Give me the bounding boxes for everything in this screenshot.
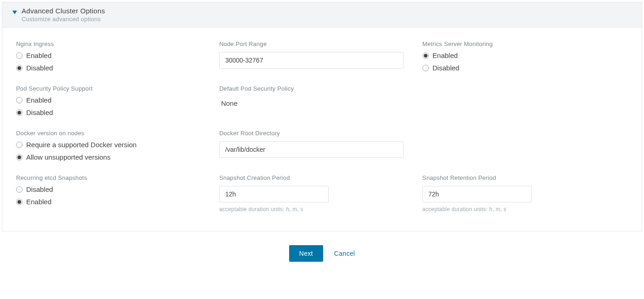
docker-root-dir-input[interactable] [219,141,404,158]
docker-root-dir-label: Docker Root Directory [219,130,413,137]
node-port-range-input[interactable] [219,52,404,69]
etcd-snapshots-enabled-radio[interactable]: Enabled [16,198,210,205]
nginx-ingress-radio-group: Enabled Disabled [16,52,210,71]
panel-title: Advanced Cluster Options [22,7,634,15]
radio-icon [16,65,23,71]
radio-icon [16,199,23,205]
radio-label: Enabled [433,52,458,59]
pod-security-radio-group: Enabled Disabled [16,97,210,116]
radio-icon [16,109,23,116]
next-button[interactable]: Next [289,245,323,262]
radio-label: Enabled [26,198,51,205]
metrics-server-enabled-radio[interactable]: Enabled [422,52,616,59]
default-pod-policy-value: None [219,97,413,110]
etcd-snapshots-radio-group: Disabled Enabled [16,186,210,205]
docker-version-allow-radio[interactable]: Allow unsupported versions [16,154,210,161]
advanced-cluster-options-panel: Advanced Cluster Options Customize advan… [2,2,642,231]
panel-body: Nginx Ingress Enabled Disabled Node Port… [2,28,642,231]
docker-version-radio-group: Require a supported Docker version Allow… [16,141,210,161]
etcd-snapshots-disabled-radio[interactable]: Disabled [16,186,210,193]
radio-icon [16,52,23,59]
radio-label: Allow unsupported versions [26,154,110,161]
snapshot-creation-input[interactable] [219,186,329,202]
docker-version-label: Docker version on nodes [16,130,210,137]
cancel-button[interactable]: Cancel [334,250,355,257]
pod-security-disabled-radio[interactable]: Disabled [16,109,210,116]
snapshot-retention-input[interactable] [422,186,532,202]
footer-actions: Next Cancel [0,233,644,270]
collapse-toggle-icon[interactable] [12,11,17,14]
nginx-ingress-label: Nginx Ingress [16,40,210,47]
nginx-ingress-disabled-radio[interactable]: Disabled [16,64,210,71]
radio-label: Enabled [26,97,51,104]
metrics-server-label: Metrics Server Monitoring [422,40,616,47]
radio-icon [16,97,23,104]
metrics-server-disabled-radio[interactable]: Disabled [422,64,616,71]
radio-label: Disabled [26,64,53,71]
docker-version-require-radio[interactable]: Require a supported Docker version [16,141,210,148]
radio-label: Disabled [26,186,53,193]
pod-security-enabled-radio[interactable]: Enabled [16,97,210,104]
node-port-range-label: Node Port Range [219,40,413,47]
radio-label: Disabled [433,64,459,71]
radio-icon [422,65,429,71]
metrics-server-radio-group: Enabled Disabled [422,52,616,71]
radio-label: Disabled [26,109,53,116]
snapshot-creation-label: Snapshot Creation Period [219,174,413,181]
radio-icon [16,142,23,148]
radio-icon [422,52,429,59]
radio-label: Enabled [26,52,51,59]
radio-icon [16,186,23,193]
etcd-snapshots-label: Recurring etcd Snapshots [16,174,210,181]
snapshot-creation-hint: acceptable duration units: h, m, s [219,206,413,213]
panel-header[interactable]: Advanced Cluster Options Customize advan… [2,2,642,28]
radio-label: Require a supported Docker version [26,141,137,148]
radio-icon [16,154,23,161]
snapshot-retention-label: Snapshot Retention Period [422,174,616,181]
panel-subtitle: Customize advanced options [22,16,634,23]
snapshot-retention-hint: acceptable duration units: h, m, s [422,206,616,213]
pod-security-support-label: Pod Security Policy Support [16,85,210,92]
nginx-ingress-enabled-radio[interactable]: Enabled [16,52,210,59]
default-pod-policy-label: Default Pod Security Policy [219,85,413,92]
